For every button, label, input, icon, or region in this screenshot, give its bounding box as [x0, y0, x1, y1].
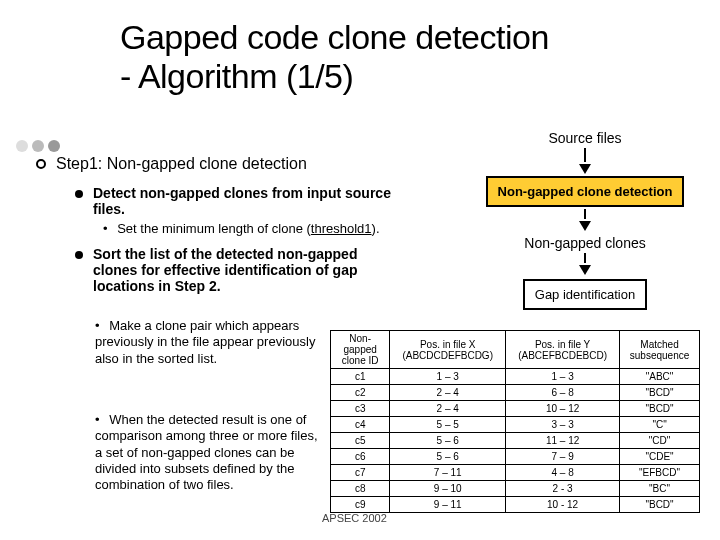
table-cell: c6: [331, 449, 390, 465]
table-cell: "BCD": [620, 497, 700, 513]
table-cell: 4 – 8: [506, 465, 620, 481]
sub-bullet-prefix: Set the minimum length of clone (: [117, 221, 311, 236]
table-cell: 10 - 12: [506, 497, 620, 513]
col-pos-x: Pos. in file X (ABCDCDEFBCDG): [390, 331, 506, 369]
table-cell: c2: [331, 385, 390, 401]
table-cell: 2 - 3: [506, 481, 620, 497]
threshold-underline: threshold1: [311, 221, 372, 236]
clone-table: Non-gapped clone ID Pos. in file X (ABCD…: [330, 330, 700, 513]
bullet-item: Sort the list of the detected non-gapped…: [75, 246, 395, 294]
table-row: c55 – 611 – 12"CD": [331, 433, 700, 449]
table-cell: 6 – 8: [506, 385, 620, 401]
slide-title: Gapped code clone detection - Algorithm …: [120, 18, 549, 96]
table-cell: c9: [331, 497, 390, 513]
sub-bullet-suffix: ).: [372, 221, 380, 236]
table-cell: 7 – 9: [506, 449, 620, 465]
decorative-dots: [16, 140, 60, 152]
sub-bullet-item: • Set the minimum length of clone (thres…: [103, 221, 395, 236]
filled-bullet-icon: [75, 190, 83, 198]
table-cell: 1 – 3: [506, 369, 620, 385]
table-cell: c1: [331, 369, 390, 385]
table-cell: c4: [331, 417, 390, 433]
table-cell: "BCD": [620, 401, 700, 417]
flow-box-gap: Gap identification: [523, 279, 647, 310]
table-header: Non-gapped clone ID Pos. in file X (ABCD…: [331, 331, 700, 369]
table-cell: 3 – 3: [506, 417, 620, 433]
table-cell: 10 – 12: [506, 401, 620, 417]
table-cell: 7 – 11: [390, 465, 506, 481]
table-cell: 9 – 10: [390, 481, 506, 497]
circle-bullet-icon: [36, 159, 46, 169]
title-line-2: - Algorithm (1/5): [120, 57, 353, 95]
arrow-stem-icon: [584, 148, 586, 162]
arrow-stem-icon: [584, 253, 586, 263]
bullet-text: Sort the list of the detected non-gapped…: [93, 246, 395, 294]
table-cell: c8: [331, 481, 390, 497]
table-cell: 5 – 6: [390, 449, 506, 465]
table-cell: "CD": [620, 433, 700, 449]
arrow-down-icon: [579, 221, 591, 231]
table-cell: "EFBCD": [620, 465, 700, 481]
table-cell: 5 – 6: [390, 433, 506, 449]
table-cell: "BC": [620, 481, 700, 497]
bullet-list: Detect non-gapped clones from input sour…: [75, 185, 395, 298]
table-cell: "C": [620, 417, 700, 433]
col-clone-id: Non-gapped clone ID: [331, 331, 390, 369]
table-row: c22 – 46 – 8"BCD": [331, 385, 700, 401]
table-cell: c3: [331, 401, 390, 417]
slide-footer: APSEC 2002: [322, 512, 387, 524]
dot-icon: [32, 140, 44, 152]
arrow-down-icon: [579, 164, 591, 174]
table-cell: 11 – 12: [506, 433, 620, 449]
table-cell: c5: [331, 433, 390, 449]
bullet-text: Detect non-gapped clones from input sour…: [93, 185, 395, 217]
arrow-down-icon: [579, 265, 591, 275]
filled-bullet-icon: [75, 251, 83, 259]
sub-bullet-icon: •: [95, 318, 100, 333]
flow-label-source: Source files: [548, 130, 621, 146]
table-cell: "CDE": [620, 449, 700, 465]
flow-label-clones: Non-gapped clones: [524, 235, 645, 251]
step-heading: Step1: Non-gapped clone detection: [36, 155, 307, 173]
table-cell: c7: [331, 465, 390, 481]
sub-bullet-icon: •: [103, 221, 108, 236]
sub-note: • Make a clone pair which appears previo…: [95, 318, 325, 367]
col-subseq: Matched subsequence: [620, 331, 700, 369]
sub-bullet-icon: •: [95, 412, 100, 427]
flow-box-detection: Non-gapped clone detection: [486, 176, 685, 207]
table-cell: "ABC": [620, 369, 700, 385]
sub-note-text: When the detected result is one of compa…: [95, 412, 318, 492]
table-row: c11 – 31 – 3"ABC": [331, 369, 700, 385]
table-row: c45 – 53 – 3"C": [331, 417, 700, 433]
table-row: c99 – 1110 - 12"BCD": [331, 497, 700, 513]
sub-note-text: Make a clone pair which appears previous…: [95, 318, 315, 366]
table-cell: 5 – 5: [390, 417, 506, 433]
table-body: c11 – 31 – 3"ABC"c22 – 46 – 8"BCD"c32 – …: [331, 369, 700, 513]
table-row: c77 – 114 – 8"EFBCD": [331, 465, 700, 481]
table-row: c65 – 67 – 9"CDE": [331, 449, 700, 465]
table-cell: 2 – 4: [390, 401, 506, 417]
step-label: Step1: Non-gapped clone detection: [56, 155, 307, 173]
dot-icon: [48, 140, 60, 152]
sub-note: • When the detected result is one of com…: [95, 412, 325, 493]
bullet-item: Detect non-gapped clones from input sour…: [75, 185, 395, 217]
flow-diagram: Source files Non-gapped clone detection …: [480, 130, 690, 310]
title-line-1: Gapped code clone detection: [120, 18, 549, 56]
table-cell: "BCD": [620, 385, 700, 401]
table-row: c32 – 410 – 12"BCD": [331, 401, 700, 417]
arrow-stem-icon: [584, 209, 586, 219]
table-cell: 2 – 4: [390, 385, 506, 401]
col-pos-y: Pos. in file Y (ABCEFBCDEBCD): [506, 331, 620, 369]
dot-icon: [16, 140, 28, 152]
table-row: c89 – 102 - 3"BC": [331, 481, 700, 497]
table-cell: 1 – 3: [390, 369, 506, 385]
table-cell: 9 – 11: [390, 497, 506, 513]
